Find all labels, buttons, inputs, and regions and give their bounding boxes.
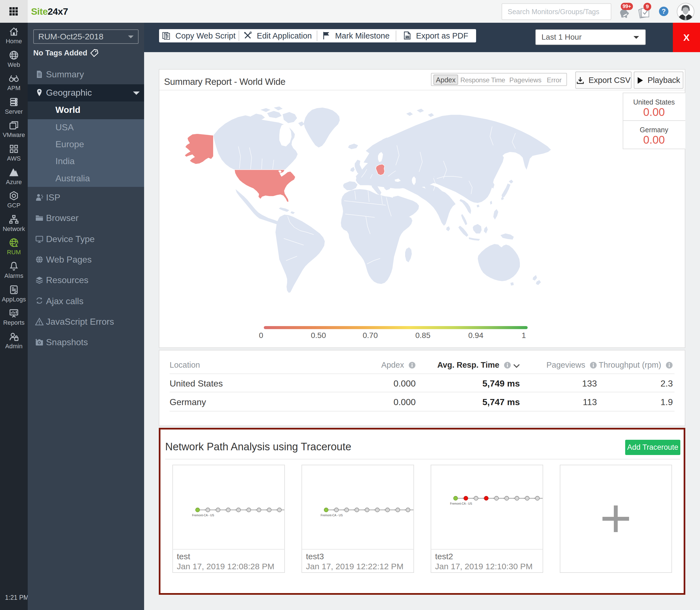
svg-text:Fremont-CA - US: Fremont-CA - US — [450, 502, 472, 505]
svg-text:Fremont-CA - US: Fremont-CA - US — [321, 514, 343, 517]
svg-text:PDF: PDF — [405, 36, 410, 38]
svg-text:Fremont-CA - US: Fremont-CA - US — [192, 514, 214, 517]
